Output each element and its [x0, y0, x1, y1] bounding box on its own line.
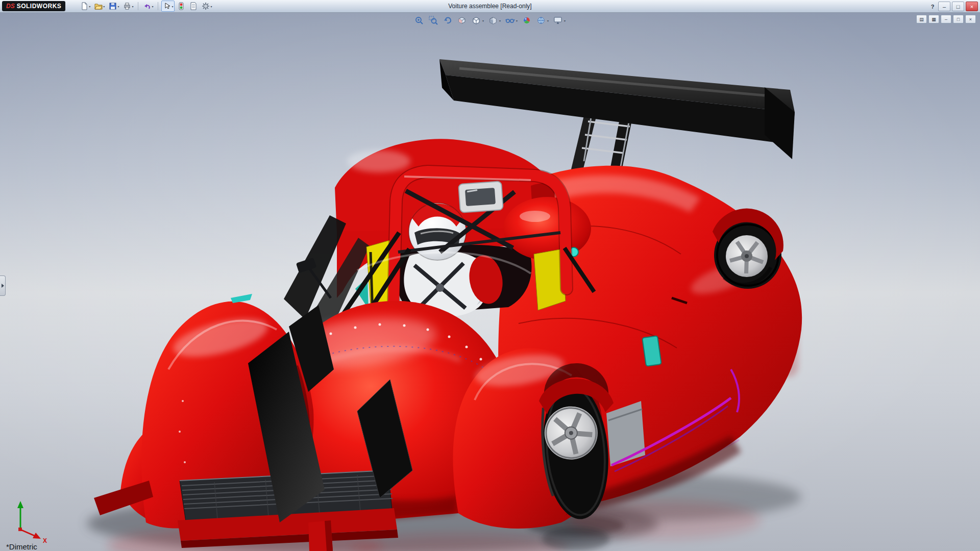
file-properties-icon: [189, 2, 198, 10]
logo-text: SOLIDWORKS: [17, 3, 62, 10]
print-icon: [123, 2, 131, 10]
apply-scene-icon: [536, 16, 546, 25]
dropdown-arrow-icon[interactable]: ▾: [103, 5, 105, 8]
close-button[interactable]: ×: [966, 2, 978, 11]
new-document-button[interactable]: ▾: [79, 1, 92, 12]
section-view-icon: [457, 16, 467, 25]
save-icon: [109, 2, 117, 10]
cascade-windows-button[interactable]: ▤: [916, 15, 927, 23]
undo-button[interactable]: ▾: [141, 1, 155, 12]
new-document-icon: [80, 2, 88, 10]
triad-x-label: X: [43, 537, 47, 544]
view-settings-button[interactable]: ▾: [553, 15, 566, 26]
solidworks-logo: DS SOLIDWORKS: [2, 1, 65, 11]
dropdown-arrow-icon[interactable]: ▾: [117, 5, 119, 8]
dropdown-arrow-icon[interactable]: ▾: [132, 5, 133, 8]
undo-icon: [143, 2, 151, 10]
options-button[interactable]: ▾: [200, 1, 213, 12]
doc-minimize-button[interactable]: –: [941, 15, 951, 23]
edit-appearance-icon: [522, 16, 532, 25]
select-button[interactable]: ▾: [161, 1, 175, 12]
hide-show-items-button[interactable]: ▾: [505, 15, 518, 26]
rear-view-mirror[interactable]: [458, 181, 503, 213]
hide-show-items-icon: [505, 16, 515, 25]
document-window-controls: ▤ ▦ – □ ×: [916, 15, 976, 23]
display-style-button[interactable]: ▾: [488, 15, 501, 26]
teal-side-window[interactable]: [642, 336, 662, 366]
toolbar-separator: [138, 2, 138, 10]
previous-view-button[interactable]: [443, 15, 453, 26]
apply-scene-button[interactable]: ▾: [536, 15, 549, 26]
rear-right-wheel[interactable]: [713, 209, 783, 289]
rebuild-button[interactable]: [176, 1, 187, 12]
dropdown-arrow-icon[interactable]: ▾: [516, 19, 518, 22]
open-button[interactable]: ▾: [93, 1, 106, 12]
zoom-to-area-button[interactable]: [428, 15, 439, 26]
open-icon: [94, 2, 103, 10]
dropdown-arrow-icon[interactable]: ▾: [210, 5, 212, 8]
display-style-icon: [488, 16, 498, 25]
minimize-button[interactable]: –: [938, 2, 950, 11]
help-button[interactable]: ?: [928, 2, 937, 11]
featuremanager-flyout-tab[interactable]: [0, 276, 6, 296]
window-controls: ? – □ ×: [928, 2, 978, 11]
chevron-left-icon: [2, 284, 4, 288]
dropdown-arrow-icon[interactable]: ▾: [564, 19, 566, 22]
dropdown-arrow-icon[interactable]: ▾: [482, 19, 484, 22]
zoom-to-fit-icon: [414, 16, 424, 25]
view-orientation-button[interactable]: ▾: [471, 15, 484, 26]
model-scene[interactable]: X: [0, 12, 980, 551]
doc-close-button[interactable]: ×: [965, 15, 976, 23]
tile-windows-button[interactable]: ▦: [928, 15, 939, 23]
view-settings-icon: [553, 16, 563, 25]
dropdown-arrow-icon[interactable]: ▾: [89, 5, 90, 8]
doc-restore-button[interactable]: □: [953, 15, 964, 23]
dropdown-arrow-icon[interactable]: ▾: [172, 5, 173, 8]
view-orientation-icon: [472, 16, 481, 25]
dropdown-arrow-icon[interactable]: ▾: [499, 19, 501, 22]
file-properties-button[interactable]: [188, 1, 199, 12]
dropdown-arrow-icon[interactable]: ▾: [152, 5, 153, 8]
main-toolbar: ▾ ▾ ▾ ▾ ▾ ▾ ▾: [79, 1, 213, 12]
view-orientation-label: *Dimetric: [6, 542, 37, 551]
rebuild-icon: [177, 2, 185, 10]
logo-mark: DS: [6, 3, 15, 10]
maximize-button[interactable]: □: [952, 2, 964, 11]
headsup-view-toolbar: ▾ ▾ ▾ ▾ ▾: [414, 15, 566, 26]
options-icon: [202, 2, 210, 10]
dropdown-arrow-icon[interactable]: ▾: [547, 19, 549, 22]
edit-appearance-button[interactable]: [522, 15, 532, 26]
select-icon: [163, 2, 171, 10]
graphics-viewport[interactable]: X ▾ ▾ ▾ ▾: [0, 12, 980, 551]
print-button[interactable]: ▾: [121, 1, 135, 12]
zoom-to-area-icon: [429, 16, 438, 25]
zoom-to-fit-button[interactable]: [414, 15, 425, 26]
toolbar-separator: [158, 2, 158, 10]
save-button[interactable]: ▾: [107, 1, 120, 12]
section-view-button[interactable]: [457, 15, 468, 26]
title-bar: DS SOLIDWORKS ▾ ▾ ▾ ▾ ▾ ▾: [0, 0, 980, 13]
previous-view-icon: [443, 16, 453, 25]
